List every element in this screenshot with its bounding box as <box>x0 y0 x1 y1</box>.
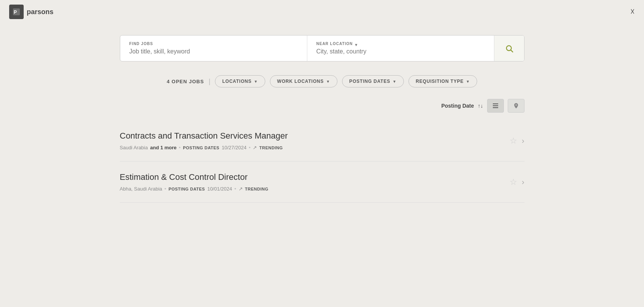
work-locations-filter-button[interactable]: WORK LOCATIONS ▼ <box>270 75 337 87</box>
near-location-label: NEAR LOCATION <box>316 42 353 46</box>
posting-dates-filter-button[interactable]: POSTING DATES ▼ <box>342 75 404 87</box>
view-job-button[interactable]: › <box>522 178 525 186</box>
posting-dates-label: POSTING DATES <box>168 187 205 191</box>
list-view-icon <box>492 102 499 109</box>
svg-rect-5 <box>493 105 498 106</box>
logo-text: parsons <box>27 8 53 16</box>
search-icon <box>505 44 513 53</box>
near-location-section: NEAR LOCATION ▼ <box>307 36 494 61</box>
requisition-type-dropdown-arrow: ▼ <box>466 79 470 84</box>
job-card: Estimation & Cost Control Director Abha,… <box>120 162 525 203</box>
svg-rect-4 <box>493 103 498 104</box>
logo-icon: P <box>12 8 21 16</box>
map-view-button[interactable] <box>508 99 525 113</box>
svg-rect-6 <box>493 107 498 108</box>
near-location-input[interactable] <box>316 48 485 55</box>
svg-text:P: P <box>14 10 17 15</box>
requisition-type-filter-label: REQUISITION TYPE <box>416 79 463 84</box>
trending-text: TRENDING <box>245 187 268 191</box>
trending-text: TRENDING <box>259 145 282 150</box>
work-locations-filter-label: WORK LOCATIONS <box>277 79 324 84</box>
jobs-container: Contracts and Transaction Services Manag… <box>112 120 532 203</box>
job-location: Abha, Saudi Arabia <box>120 186 162 192</box>
list-view-button[interactable] <box>487 99 504 113</box>
job-info: Estimation & Cost Control Director Abha,… <box>120 172 510 192</box>
open-jobs-count: 4 OPEN JOBS <box>167 79 204 84</box>
search-bar: FIND JOBS NEAR LOCATION ▼ <box>120 35 525 61</box>
bullet-1: • <box>165 186 166 192</box>
bullet-2: • <box>249 145 251 150</box>
svg-line-3 <box>511 50 513 52</box>
save-job-button[interactable]: ☆ <box>510 136 517 146</box>
job-actions: ☆ › <box>510 136 525 146</box>
job-location: Saudi Arabia <box>120 145 148 150</box>
logo: P parsons <box>9 5 53 19</box>
job-and-more: and 1 more <box>150 145 176 150</box>
near-location-label-row: NEAR LOCATION ▼ <box>316 42 485 48</box>
view-job-button[interactable]: › <box>522 136 525 145</box>
locations-filter-button[interactable]: LOCATIONS ▼ <box>215 75 265 87</box>
logo-box: P <box>9 5 24 19</box>
locations-dropdown-arrow: ▼ <box>254 79 258 84</box>
user-icon[interactable]: ☓ <box>630 7 635 17</box>
map-view-icon <box>513 102 520 109</box>
search-container: FIND JOBS NEAR LOCATION ▼ <box>112 35 532 61</box>
job-title: Estimation & Cost Control Director <box>120 172 510 182</box>
find-jobs-section: FIND JOBS <box>120 36 307 61</box>
sort-direction-icon[interactable]: ↑↓ <box>478 103 483 109</box>
posting-dates-label: POSTING DATES <box>183 145 220 150</box>
job-card: Contracts and Transaction Services Manag… <box>120 120 525 162</box>
posting-date: 10/27/2024 <box>222 145 247 150</box>
posting-date: 10/01/2024 <box>207 186 232 192</box>
sort-label: Posting Date <box>441 103 474 109</box>
requisition-type-filter-button[interactable]: REQUISITION TYPE ▼ <box>408 75 477 87</box>
search-button[interactable] <box>494 36 524 61</box>
header: P parsons ☓ <box>0 0 644 24</box>
controls-row: Posting Date ↑↓ <box>112 99 532 113</box>
job-title: Contracts and Transaction Services Manag… <box>120 131 510 141</box>
work-locations-dropdown-arrow: ▼ <box>326 79 330 84</box>
job-actions: ☆ › <box>510 177 525 187</box>
bullet-2: • <box>234 186 236 192</box>
job-info: Contracts and Transaction Services Manag… <box>120 131 510 150</box>
locations-filter-label: LOCATIONS <box>222 79 252 84</box>
find-jobs-input[interactable] <box>129 48 298 55</box>
filter-divider: | <box>208 78 210 86</box>
find-jobs-label: FIND JOBS <box>129 42 298 46</box>
near-location-dropdown-arrow[interactable]: ▼ <box>354 43 358 47</box>
posting-dates-dropdown-arrow: ▼ <box>392 79 397 84</box>
job-meta: Abha, Saudi Arabia • POSTING DATES 10/01… <box>120 186 510 192</box>
save-job-button[interactable]: ☆ <box>510 177 517 187</box>
filter-bar: 4 OPEN JOBS | LOCATIONS ▼ WORK LOCATIONS… <box>112 75 532 87</box>
job-meta: Saudi Arabia and 1 more • POSTING DATES … <box>120 145 510 150</box>
trending-icon: ↗ <box>239 186 243 192</box>
trending-icon: ↗ <box>253 145 257 150</box>
bullet-1: • <box>179 145 181 150</box>
posting-dates-filter-label: POSTING DATES <box>349 79 391 84</box>
